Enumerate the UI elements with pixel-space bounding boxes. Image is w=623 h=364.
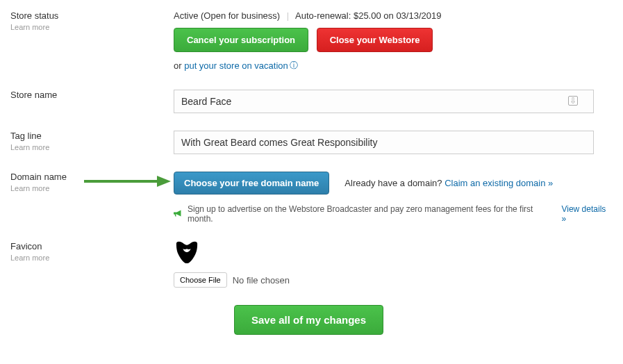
label-domain-name: Domain name [10,172,163,182]
favicon-preview [174,241,613,267]
save-changes-button[interactable]: Save all of my changes [234,305,383,335]
file-row: Choose File No file chosen [174,272,613,288]
save-row: Save all of my changes [10,305,613,335]
store-name-input[interactable] [174,90,594,113]
choose-file-button[interactable]: Choose File [174,272,227,288]
label-col-favicon: Favicon Learn more [10,241,174,262]
promo-text: Sign up to advertise on the Webstore Bro… [188,204,559,224]
status-line: Active (Open for business) | Auto-renewa… [174,10,613,21]
row-tag-line: Tag line Learn more [10,131,613,154]
choose-domain-button[interactable]: Choose your free domain name [174,172,329,195]
status-buttons: Cancel your subscription Close your Webs… [174,28,613,52]
close-webstore-button[interactable]: Close your Webstore [317,28,433,52]
content-store-name: ⇩ [174,90,613,113]
active-status-text: Active (Open for business) [174,10,280,21]
label-store-status: Store status [10,10,163,21]
view-details-link[interactable]: View details » [561,204,613,224]
label-store-name: Store name [10,90,163,100]
vacation-link[interactable]: put your store on vacation [184,60,288,71]
label-favicon: Favicon [10,241,163,251]
cancel-subscription-button[interactable]: Cancel your subscription [174,28,308,52]
info-icon[interactable]: ⓘ [290,60,298,70]
file-status-text: No file chosen [233,275,290,286]
or-text: or [174,60,184,71]
autofill-icon: ⇩ [568,96,578,106]
content-domain-name: Choose your free domain name Already hav… [174,172,613,224]
promo-line: Sign up to advertise on the Webstore Bro… [174,204,613,224]
already-have-domain-text: Already have a domain? Claim an existing… [344,178,553,188]
row-domain-name: Domain name Learn more Choose your free … [10,172,613,224]
learn-more-store-status[interactable]: Learn more [10,23,163,31]
label-col-tag-line: Tag line Learn more [10,131,174,151]
bullhorn-icon [174,209,182,220]
auto-renewal-text: Auto-renewal: $25.00 on 03/13/2019 [295,10,441,21]
vacation-line: or put your store on vacationⓘ [174,60,613,72]
label-col-store-status: Store status Learn more [10,10,174,31]
row-store-name: Store name ⇩ [10,90,613,113]
learn-more-domain-name[interactable]: Learn more [10,184,163,192]
content-tag-line [174,131,613,154]
learn-more-favicon[interactable]: Learn more [10,254,163,262]
row-favicon: Favicon Learn more Choose File No file c… [10,241,613,288]
row-store-status: Store status Learn more Active (Open for… [10,10,613,72]
content-favicon: Choose File No file chosen [174,241,613,288]
label-col-domain-name: Domain name Learn more [10,172,174,192]
label-col-store-name: Store name [10,90,174,102]
domain-line: Choose your free domain name Already hav… [174,172,613,195]
learn-more-tag-line[interactable]: Learn more [10,143,163,151]
claim-domain-link[interactable]: Claim an existing domain » [445,178,553,188]
tag-line-input[interactable] [174,131,594,154]
beard-icon [174,241,200,265]
label-tag-line: Tag line [10,131,163,141]
content-store-status: Active (Open for business) | Auto-renewa… [174,10,613,72]
divider: | [287,10,289,21]
